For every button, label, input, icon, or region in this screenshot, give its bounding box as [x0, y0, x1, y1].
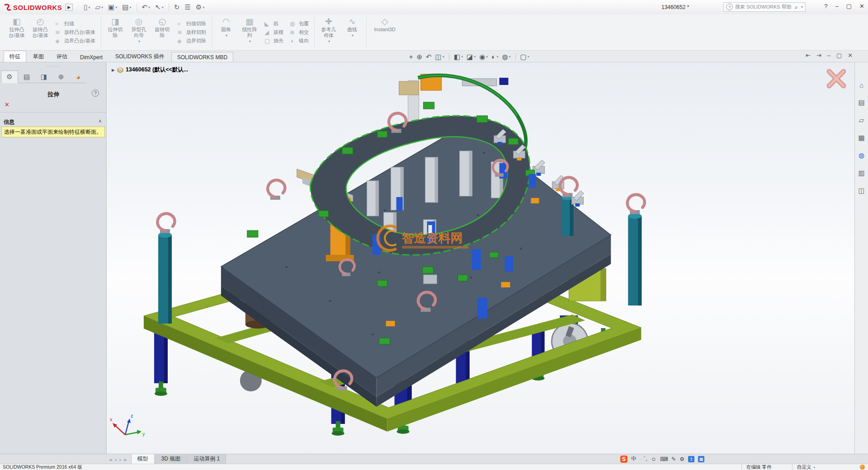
rebuild-button[interactable]: ↻ — [172, 2, 182, 12]
notification-icon[interactable] — [860, 465, 865, 470]
save-button[interactable]: ▣▾ — [106, 2, 119, 12]
rib-button[interactable]: ◣筋 — [264, 20, 283, 27]
custom-dropdown[interactable]: 自定义 ▾ — [792, 464, 815, 470]
dropdown-caret-icon[interactable]: ▾ — [249, 38, 251, 44]
model-tab[interactable]: 模型 — [131, 454, 155, 464]
view-settings-icon[interactable]: ▢▾ — [520, 53, 529, 61]
dropdown-caret-icon[interactable]: ▾ — [461, 55, 463, 59]
pane-expand-icon[interactable]: ⇥ — [816, 52, 821, 59]
dropdown-caret-icon[interactable]: ▾ — [101, 5, 103, 9]
dropdown-caret-icon[interactable]: ▾ — [486, 55, 488, 59]
help-button[interactable]: ? — [824, 3, 827, 9]
dropdown-caret-icon[interactable]: ▾ — [115, 5, 117, 9]
3d-views-tab[interactable]: 3D 视图 — [155, 454, 187, 464]
dropdown-caret-icon[interactable]: ▾ — [328, 38, 330, 44]
zoom-area-icon[interactable]: ⊕ — [416, 53, 422, 61]
draft-button[interactable]: ◢拔模 — [264, 29, 283, 36]
ime-lang-toggle[interactable]: 中 — [631, 455, 637, 463]
ime-toolbox-icon[interactable]: ▦ — [698, 456, 704, 462]
cancel-command-x[interactable] — [829, 71, 844, 86]
hide-show-icon[interactable]: ◉▾ — [479, 53, 488, 61]
dropdown-caret-icon[interactable]: ▾ — [130, 5, 132, 9]
boundary-cut-button[interactable]: ◈边界切除 — [177, 38, 206, 44]
select-button[interactable]: ↖▾ — [153, 2, 165, 12]
intersect-button[interactable]: ⊗相交 — [290, 29, 309, 36]
ime-emoji-icon[interactable]: ☺ — [651, 456, 656, 462]
reference-geometry-button[interactable]: ✚参考几何体▾ — [317, 15, 340, 49]
configurationmanager-tab[interactable]: ▤ — [18, 70, 35, 83]
appearances-icon[interactable]: ◍ — [859, 151, 864, 160]
linear-pattern-button[interactable]: ▦线性阵列▾ — [238, 15, 261, 49]
revolve-cut-button[interactable]: ◵旋转切除 — [151, 15, 174, 49]
collapse-chevron-icon[interactable]: ∧ — [99, 118, 102, 123]
revolve-boss-button[interactable]: ◴旋转凸台/基体 — [28, 15, 52, 49]
command-cancel-button[interactable]: ✕ — [5, 101, 9, 108]
wrap-button[interactable]: ◍包覆 — [290, 20, 309, 27]
loft-boss-button[interactable]: ≋放样凸台/基体 — [55, 29, 95, 36]
boundary-boss-button[interactable]: ◈边界凸台/基体 — [55, 38, 95, 44]
tab-evaluate[interactable]: 评估 — [51, 51, 73, 62]
zoom-fit-icon[interactable]: ⌖ — [409, 53, 413, 61]
loft-cut-button[interactable]: ≋放样切割 — [177, 29, 206, 36]
file-properties-button[interactable]: ☰ — [183, 2, 192, 12]
tab-sketch[interactable]: 草图 — [27, 51, 50, 62]
doc-restore-icon[interactable]: ▢ — [836, 52, 842, 59]
fillet-button[interactable]: ◠圆角▾ — [214, 15, 238, 49]
close-button[interactable]: ✕ — [859, 3, 864, 9]
view-orientation-icon[interactable]: ◧▾ — [454, 53, 463, 61]
tab-mbd[interactable]: SOLIDWORKS MBD — [171, 52, 233, 62]
tab-addins[interactable]: SOLIDWORKS 插件 — [109, 51, 170, 62]
view-palette-icon[interactable]: ▦ — [858, 134, 864, 142]
hole-wizard-button[interactable]: ◎异型孔向导▾ — [127, 15, 151, 49]
dropdown-caret-icon[interactable]: ▾ — [162, 5, 164, 9]
appearance-tab[interactable]: ◕ — [70, 70, 87, 83]
minimize-button[interactable]: – — [835, 3, 839, 9]
tab-dimxpert[interactable]: DimXpert — [74, 52, 108, 62]
shell-button[interactable]: ▢抽壳 — [264, 38, 283, 44]
panel-grip[interactable]: ····· — [42, 63, 64, 69]
dropdown-caret-icon[interactable]: ▾ — [203, 5, 204, 9]
displaymanager-tab[interactable]: ⊕ — [52, 70, 70, 83]
ime-keyboard-icon[interactable]: ⌨ — [660, 456, 668, 462]
propertymanager-tab[interactable]: ⚙ — [1, 70, 18, 83]
tree-expand-icon[interactable]: ▶ — [112, 68, 115, 72]
search-icon[interactable]: ⌕ — [795, 4, 798, 11]
dimxpertmanager-tab[interactable]: ◨ — [35, 70, 52, 83]
design-library-icon[interactable]: ▤ — [858, 99, 864, 107]
home-icon[interactable]: ⌂ — [859, 81, 863, 89]
open-button[interactable]: ▱▾ — [94, 2, 105, 12]
previous-view-icon[interactable]: ↶ — [426, 53, 432, 61]
new-button[interactable]: ▯▾ — [82, 2, 92, 12]
sweep-cut-button[interactable]: ≈扫描切除 — [177, 20, 206, 27]
dropdown-caret-icon[interactable]: ▾ — [352, 33, 354, 38]
custom-properties-icon[interactable]: ▥ — [858, 169, 864, 177]
undo-button[interactable]: ↶▾ — [140, 2, 152, 12]
ime-pen-icon[interactable]: ✎ — [671, 456, 676, 462]
prev-tab-icon[interactable]: ‹ — [115, 457, 117, 462]
curves-button[interactable]: ∿曲线▾ — [340, 15, 364, 49]
print-button[interactable]: ▤▾ — [120, 2, 133, 12]
dropdown-caret-icon[interactable]: ▾ — [89, 5, 90, 9]
restore-button[interactable]: ▢ — [846, 3, 852, 9]
instant3d-button[interactable]: ◇Instant3D — [369, 15, 401, 49]
sweep-button[interactable]: ≈扫描 — [55, 20, 95, 27]
ime-punct-toggle[interactable]: ゜, — [640, 455, 647, 463]
dropdown-caret-icon[interactable]: ▾ — [138, 38, 140, 44]
forum-icon[interactable]: ◫ — [858, 187, 864, 195]
tree-root-label[interactable]: 13460652 (默认<<默认... — [126, 66, 188, 74]
dropdown-caret-icon[interactable]: ▾ — [509, 55, 511, 59]
doc-minimize-icon[interactable]: – — [827, 52, 830, 59]
next-tab-icon[interactable]: › — [119, 457, 121, 462]
file-explorer-icon[interactable]: ▱ — [859, 116, 864, 124]
section-view-icon[interactable]: ◫▾ — [435, 53, 444, 61]
dropdown-caret-icon[interactable]: ▾ — [443, 55, 444, 59]
graphics-viewport[interactable]: ▶ 13460652 (默认<<默认... — [107, 62, 854, 454]
extrude-cut-button[interactable]: ◨拉伸切除 — [104, 15, 127, 49]
doc-close-icon[interactable]: ✕ — [848, 52, 853, 59]
command-help-icon[interactable]: ? — [92, 89, 99, 97]
tab-features[interactable]: 特征 — [4, 51, 26, 62]
last-tab-icon[interactable]: » — [123, 457, 126, 462]
logo-expander-button[interactable]: ▶ — [65, 4, 73, 11]
extrude-boss-button[interactable]: ◧拉伸凸台/基体 — [5, 15, 28, 49]
display-style-icon[interactable]: ◪▾ — [467, 53, 476, 61]
